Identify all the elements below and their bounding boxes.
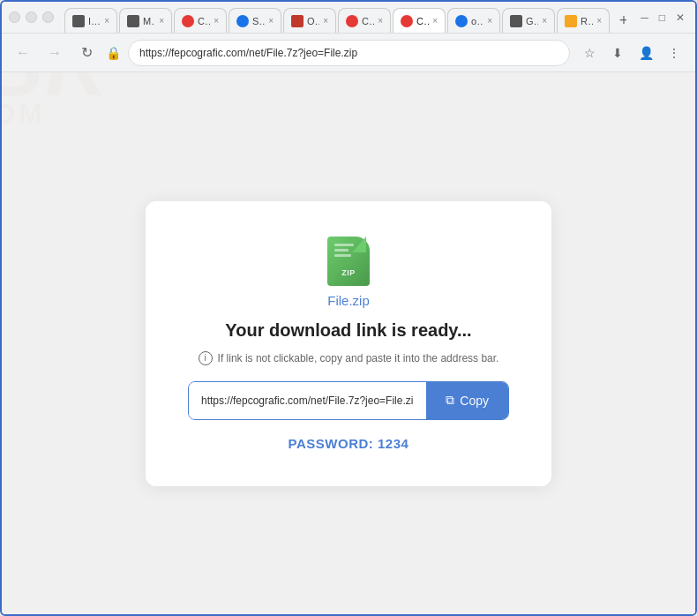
window-minimize-icon[interactable]: ─ — [637, 10, 652, 26]
toolbar-icons: ☆ ⬇ 👤 ⋮ — [577, 41, 686, 65]
tab-close-get[interactable]: × — [542, 16, 547, 26]
tab-close-clic2[interactable]: × — [378, 16, 383, 26]
tab-label-offi: Offi — [307, 16, 319, 26]
tab-label-clic3: Clic — [416, 16, 429, 26]
file-body: ZIP — [327, 237, 370, 286]
hint-line: i If link is not clickable, copy and pas… — [199, 351, 499, 365]
url-row: ⧉ Copy — [188, 381, 509, 420]
menu-icon[interactable]: ⋮ — [662, 41, 686, 65]
tab-clic3-active[interactable]: Clic × — [393, 8, 446, 33]
reload-button[interactable]: ↻ — [74, 41, 99, 65]
close-button[interactable] — [42, 11, 54, 23]
tabs-bar: Indi × Me: × Clic × Ser × Offi × — [64, 2, 626, 33]
copy-button-label: Copy — [460, 394, 489, 408]
tab-favicon-indi — [72, 15, 85, 27]
zip-stripe-1 — [334, 244, 354, 246]
download-card: ZIP File.zip Your download link is ready… — [146, 201, 551, 486]
tab-label-indi: Indi — [88, 16, 101, 26]
maximize-button[interactable] — [26, 11, 37, 23]
tab-label-get: Get — [526, 16, 538, 26]
file-name: File.zip — [327, 293, 370, 308]
address-input[interactable] — [128, 40, 570, 66]
watermark-sub: .COM — [2, 98, 46, 131]
tab-ser[interactable]: Ser × — [229, 8, 281, 33]
tab-favicon-clic1 — [182, 15, 194, 27]
browser-window: Indi × Me: × Clic × Ser × Offi × — [0, 0, 697, 616]
download-title: Your download link is ready... — [225, 320, 471, 341]
title-bar: Indi × Me: × Clic × Ser × Offi × — [2, 2, 695, 34]
tab-favicon-opti — [455, 15, 468, 27]
url-input[interactable] — [189, 382, 426, 419]
watermark-main: RISK — [2, 72, 110, 116]
tab-clic2[interactable]: Clic × — [338, 8, 391, 33]
forward-button[interactable]: → — [42, 41, 67, 65]
page-content: 🔍 RISK .COM ZIP — [2, 72, 695, 614]
profile-icon[interactable]: 👤 — [633, 41, 658, 65]
tab-favicon-ser — [236, 15, 249, 27]
file-icon: ZIP — [324, 233, 373, 286]
copy-button[interactable]: ⧉ Copy — [426, 382, 508, 419]
back-button[interactable]: ← — [11, 41, 35, 65]
tab-close-clic3[interactable]: × — [432, 16, 438, 26]
tab-favicon-get — [510, 15, 522, 27]
tab-label-rim: Rim — [581, 16, 593, 26]
tab-rim[interactable]: Rim × — [557, 8, 610, 33]
minimize-button[interactable] — [9, 11, 20, 23]
tab-favicon-clic2 — [346, 15, 358, 27]
add-tab-button[interactable]: + — [611, 8, 626, 33]
tab-clic1[interactable]: Clic × — [174, 8, 227, 33]
zip-label: ZIP — [341, 268, 356, 277]
tab-close-ser[interactable]: × — [268, 16, 274, 26]
zip-stripe-2 — [334, 249, 348, 252]
window-close-icon[interactable]: ✕ — [672, 10, 688, 26]
tab-label-clic2: Clic — [362, 16, 374, 26]
window-restore-icon[interactable]: □ — [656, 10, 669, 26]
download-icon[interactable]: ⬇ — [605, 41, 630, 65]
watermark-text-group: RISK .COM — [2, 72, 110, 131]
bookmark-icon[interactable]: ☆ — [577, 41, 602, 65]
tab-favicon-me — [127, 15, 139, 27]
info-icon: i — [199, 351, 213, 365]
tab-opti[interactable]: opti × — [447, 8, 500, 33]
tab-get[interactable]: Get × — [502, 8, 555, 33]
tab-close-me[interactable]: × — [159, 16, 164, 26]
tab-label-ser: Ser — [252, 16, 265, 26]
tab-close-offi[interactable]: × — [323, 16, 328, 26]
tab-label-me: Me: — [143, 16, 155, 26]
tab-label-opti: opti — [471, 16, 483, 26]
tab-label-clic1: Clic — [198, 16, 210, 26]
tab-close-clic1[interactable]: × — [214, 16, 219, 26]
zip-stripe-3 — [334, 254, 351, 257]
zip-stripes — [334, 244, 363, 257]
tab-favicon-offi — [291, 15, 304, 27]
window-controls — [9, 11, 54, 23]
address-bar: ← → ↻ 🔒 ☆ ⬇ 👤 ⋮ — [2, 34, 695, 72]
tab-offi[interactable]: Offi × — [283, 8, 336, 33]
tab-favicon-rim — [565, 15, 577, 27]
tab-me[interactable]: Me: × — [119, 8, 172, 33]
tab-indi[interactable]: Indi × — [64, 8, 117, 33]
lock-icon: 🔒 — [106, 46, 121, 60]
tab-close-indi[interactable]: × — [104, 16, 109, 26]
tab-close-rim[interactable]: × — [596, 16, 602, 26]
tab-close-opti[interactable]: × — [487, 16, 492, 26]
hint-text: If link is not clickable, copy and paste… — [218, 352, 499, 364]
copy-icon: ⧉ — [446, 393, 454, 408]
tab-favicon-clic3 — [401, 15, 413, 27]
password-label: PASSWORD: 1234 — [289, 436, 409, 451]
